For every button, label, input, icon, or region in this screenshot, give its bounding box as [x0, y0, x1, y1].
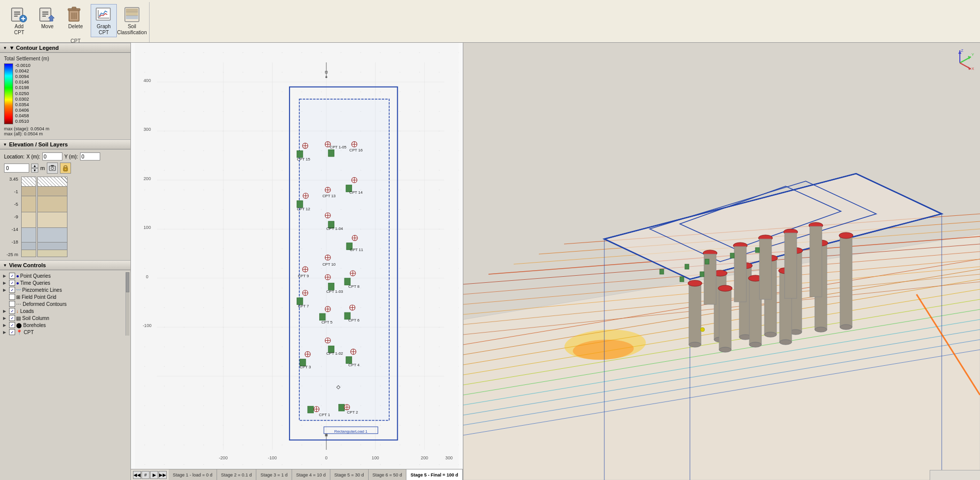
- delete-icon: [66, 6, 85, 24]
- loads-label: Loads: [20, 308, 34, 314]
- view-controls-title: View Controls: [9, 262, 46, 268]
- contour-legend-section: ▼ ▼ Contour Legend Total Settlement (m) …: [0, 43, 130, 139]
- stage-tab-5[interactable]: Stage 5 = 30 d: [330, 469, 369, 480]
- stage-tab-2[interactable]: Stage 2 = 0.1 d: [217, 469, 256, 480]
- svg-text:CPT 1-04: CPT 1-04: [326, 226, 343, 231]
- expand-time-queries: ▶: [3, 281, 8, 285]
- contour-legend-header[interactable]: ▼ ▼ Contour Legend: [0, 43, 130, 53]
- svg-rect-251: [810, 226, 822, 297]
- check-point-queries[interactable]: ✓: [9, 273, 15, 279]
- nav-first[interactable]: ◀◀: [133, 471, 141, 479]
- lock-icon-btn[interactable]: [60, 163, 71, 174]
- tree-item-time-queries[interactable]: ▶ ✓ ● Time Queries: [1, 279, 125, 286]
- nav-hash[interactable]: #: [142, 471, 150, 479]
- nav-next[interactable]: ▶: [150, 471, 158, 479]
- main-content: ▼ ▼ Contour Legend Total Settlement (m) …: [0, 43, 980, 480]
- svg-text:CPT 1-02: CPT 1-02: [326, 351, 343, 356]
- delete-button[interactable]: Delete: [62, 4, 89, 37]
- time-queries-label: Time Queries: [20, 280, 50, 286]
- view-controls-header[interactable]: ▼ View Controls: [0, 260, 130, 270]
- svg-rect-160: [328, 149, 334, 156]
- soil-classification-button[interactable]: SoilClassification: [119, 4, 145, 37]
- scrollbar-track[interactable]: [125, 272, 129, 336]
- tree-item-field-grid[interactable]: ⊞ Field Point Grid: [1, 293, 125, 300]
- depth-unit-label: m: [40, 165, 45, 171]
- move-button[interactable]: Move: [34, 4, 60, 37]
- svg-point-220: [719, 347, 731, 352]
- tree-item-deformed[interactable]: ⋯ Deformed Contours: [1, 300, 125, 307]
- expand-boreholes: ▶: [3, 323, 8, 328]
- scrollbar-thumb[interactable]: [126, 272, 129, 292]
- svg-text:CPT 8: CPT 8: [348, 284, 360, 289]
- check-field-grid[interactable]: [9, 294, 15, 300]
- svg-point-259: [701, 328, 705, 332]
- elevation-content: Location: X (m): Y (m): ▲ ▼ m: [0, 149, 130, 260]
- depth-5: -5: [4, 202, 18, 207]
- svg-rect-242: [734, 247, 746, 302]
- check-soil-column[interactable]: ✓: [9, 315, 15, 321]
- svg-rect-24: [126, 16, 138, 19]
- svg-text:0: 0: [146, 274, 149, 279]
- svg-point-223: [749, 342, 761, 347]
- svg-text:300: 300: [445, 455, 453, 460]
- check-loads[interactable]: ✓: [9, 308, 15, 314]
- depth-9: -9: [4, 214, 18, 219]
- svg-point-208: [764, 332, 777, 337]
- tree-item-piezometric[interactable]: ▶ ✓ 〰 Piezometric Lines: [1, 286, 125, 293]
- legend-subtitle: Total Settlement (m): [4, 56, 126, 61]
- check-boreholes[interactable]: ✓: [9, 322, 15, 328]
- check-time-queries[interactable]: ✓: [9, 280, 15, 286]
- soil-layers-visual: 3.45 -1 -5 -9 -14 -18 -25 m: [4, 177, 126, 257]
- x-input[interactable]: [42, 152, 62, 161]
- svg-text:CPT 1-05: CPT 1-05: [330, 145, 346, 149]
- stage-tab-4[interactable]: Stage 4 = 10 d: [292, 469, 330, 480]
- svg-rect-254: [705, 259, 709, 264]
- y-input[interactable]: [80, 152, 100, 161]
- legend-val-0: -0.0010: [15, 63, 31, 68]
- camera-icon-btn[interactable]: [47, 163, 58, 174]
- svg-text:RectangularLoad 1: RectangularLoad 1: [334, 429, 368, 434]
- svg-text:Z: Z: [961, 48, 963, 53]
- stage-tab-1[interactable]: Stage 1 - load = 0 d: [169, 469, 217, 480]
- svg-rect-219: [719, 289, 731, 350]
- view-controls-content: ▶ ✓ ● Point Queries ▶ ✓ ● Time Queries: [0, 270, 130, 338]
- svg-rect-14: [72, 7, 76, 9]
- check-deformed[interactable]: [9, 301, 15, 307]
- soil-column-label: Soil Column: [22, 315, 49, 321]
- svg-rect-255: [730, 253, 734, 258]
- tree-item-point-queries[interactable]: ▶ ✓ ● Point Queries: [1, 272, 125, 279]
- stage-tab-7[interactable]: Stage 5 - Final = 100 d: [406, 469, 462, 480]
- svg-rect-245: [759, 239, 772, 299]
- legend-val-1: 0.0042: [15, 69, 31, 74]
- tree-item-soil-column[interactable]: ▶ ✓ ▤ Soil Column: [1, 314, 125, 322]
- svg-rect-69: [308, 406, 314, 413]
- svg-text:CPT 3: CPT 3: [300, 365, 311, 369]
- elevation-header[interactable]: ▼ Elevation / Soil Layers: [0, 139, 130, 149]
- stage-tab-6[interactable]: Stage 6 = 50 d: [369, 469, 407, 480]
- right-panel[interactable]: Z Y X: [463, 43, 980, 480]
- viewport-2d[interactable]: 400 300 200 100 0 -100 -200 -100 0 100 2…: [131, 43, 463, 469]
- graph-cpt-button[interactable]: GraphCPT: [91, 4, 117, 37]
- stage-tab-3[interactable]: Stage 3 = 1 d: [256, 469, 292, 480]
- legend-val-6: 0.0302: [15, 97, 31, 102]
- add-cpt-button[interactable]: AddCPT: [6, 4, 32, 37]
- tree-item-boreholes[interactable]: ▶ ✓ ⬤ Boreholes: [1, 322, 125, 329]
- svg-rect-22: [126, 9, 138, 12]
- spin-up[interactable]: ▲: [31, 164, 38, 168]
- cpt-toolbar-group: AddCPT Move: [4, 2, 150, 42]
- tree-item-loads[interactable]: ▶ ✓ ↓ Loads: [1, 307, 125, 314]
- check-piezometric[interactable]: ✓: [9, 287, 15, 293]
- check-cpt[interactable]: ✓: [9, 329, 15, 335]
- elevation-arrow: ▼: [3, 142, 7, 147]
- depth-input[interactable]: [4, 164, 29, 173]
- svg-rect-258: [700, 272, 704, 277]
- nav-last[interactable]: ▶▶: [159, 471, 167, 479]
- legend-val-10: 0.0510: [15, 119, 31, 124]
- boreholes-icon: ⬤: [16, 323, 22, 328]
- legend-labels: -0.0010 0.0042 0.0094 0.0146 0.0198 0.02…: [15, 63, 31, 124]
- graph-cpt-icon: [95, 6, 113, 24]
- move-icon: [38, 6, 56, 24]
- soil-col-1: [21, 177, 36, 257]
- tree-item-cpt[interactable]: ▶ ✓ 📍 CPT: [1, 329, 125, 336]
- spin-down[interactable]: ▼: [31, 168, 38, 173]
